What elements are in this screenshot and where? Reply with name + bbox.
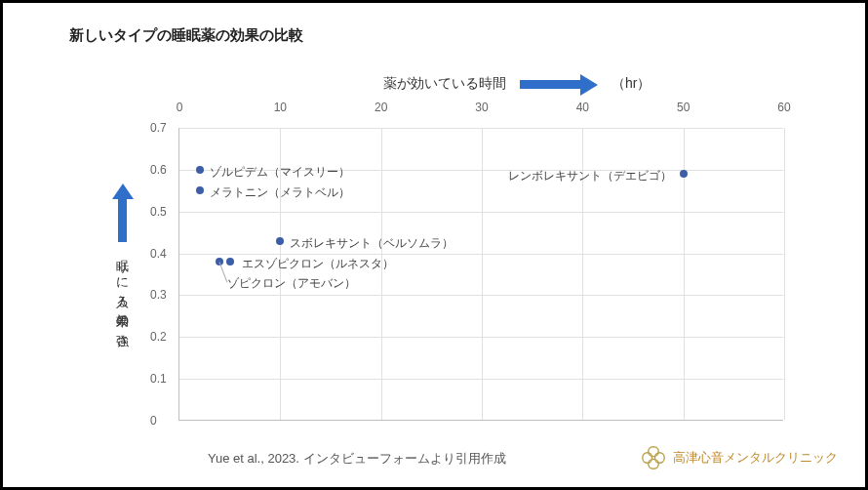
x-axis-label: 薬が効いている時間 xyxy=(383,75,506,93)
gridline-h xyxy=(179,295,783,296)
clinic-attribution: 高津心音メンタルクリニック xyxy=(640,444,838,471)
arrow-up-icon xyxy=(115,184,130,242)
y-tick-label: 0.3 xyxy=(150,288,167,302)
arrow-right-icon xyxy=(520,77,598,92)
scatter-plot: 010203040506000.10.20.30.40.50.60.7ゾルピデム… xyxy=(178,128,783,421)
gridline-h xyxy=(179,212,783,213)
y-axis-label: 眠りに入る効果の強さ xyxy=(113,250,131,343)
gridline-h xyxy=(179,337,783,338)
chart-title: 新しいタイプの睡眠薬の効果の比較 xyxy=(69,26,303,45)
y-tick-label: 0 xyxy=(150,414,157,428)
citation-text: Yue et al., 2023. インタビューフォームより引用作成 xyxy=(208,450,506,468)
x-tick-label: 60 xyxy=(777,101,790,114)
y-tick-label: 0.4 xyxy=(150,247,167,261)
x-axis-label-block: 薬が効いている時間 （hr） xyxy=(383,75,651,93)
clinic-name: 高津心音メンタルクリニック xyxy=(673,449,838,467)
gridline-v xyxy=(482,128,483,420)
x-tick-label: 30 xyxy=(475,101,488,114)
slide-frame: 新しいタイプの睡眠薬の効果の比較 薬が効いている時間 （hr） 眠りに入る効果の… xyxy=(0,0,868,490)
data-point-label: エスゾピクロン（ルネスタ） xyxy=(242,256,394,272)
x-tick-label: 40 xyxy=(576,101,589,114)
data-point xyxy=(680,170,688,178)
gridline-h xyxy=(179,379,783,380)
data-point xyxy=(276,237,284,245)
data-point-label: レンボレキサント（デエビゴ） xyxy=(508,168,672,184)
gridline-v xyxy=(784,128,785,420)
data-point xyxy=(226,258,234,265)
data-point-label: ゾピクロン（アモバン） xyxy=(227,275,356,292)
x-tick-label: 0 xyxy=(177,101,183,114)
gridline-v xyxy=(381,128,382,420)
clinic-logo-icon xyxy=(640,444,667,471)
x-tick-label: 10 xyxy=(274,101,287,114)
gridline-h xyxy=(179,128,783,129)
y-tick-label: 0.2 xyxy=(150,330,167,344)
x-tick-label: 50 xyxy=(677,101,690,114)
y-tick-label: 0.6 xyxy=(150,163,167,177)
y-tick-label: 0.5 xyxy=(150,205,167,219)
gridline-h xyxy=(179,254,783,255)
x-axis-unit: （hr） xyxy=(612,75,651,93)
data-point xyxy=(196,186,204,194)
data-point-label: スボレキサント（ベルソムラ） xyxy=(290,235,454,252)
data-point xyxy=(196,166,204,174)
data-point-label: ゾルピデム（マイスリー） xyxy=(210,164,350,181)
data-point-label: メラトニン（メラトベル） xyxy=(210,184,350,201)
leader-line xyxy=(219,262,228,282)
y-axis-label-block: 眠りに入る効果の強さ xyxy=(110,184,134,343)
y-tick-label: 0.1 xyxy=(150,372,167,386)
y-tick-label: 0.7 xyxy=(150,121,167,135)
x-tick-label: 20 xyxy=(375,101,387,114)
